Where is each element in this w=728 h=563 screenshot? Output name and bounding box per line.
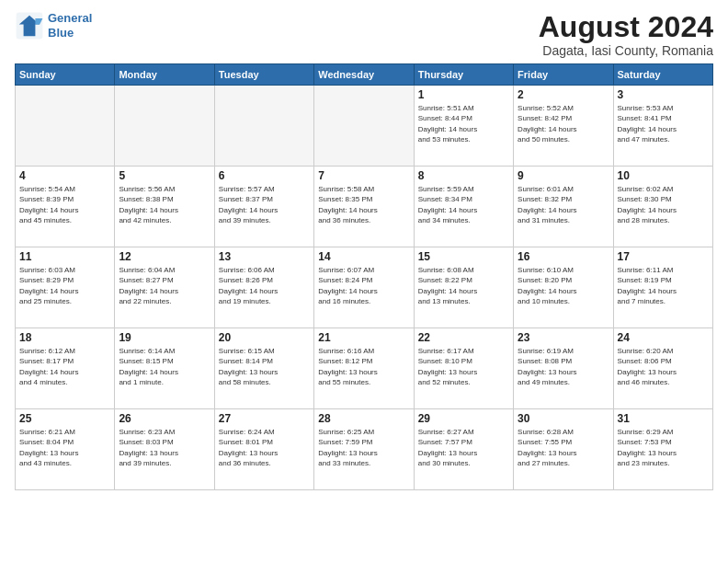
day-info: Sunrise: 6:08 AM Sunset: 8:22 PM Dayligh…	[418, 265, 509, 306]
calendar-cell: 24Sunrise: 6:20 AM Sunset: 8:06 PM Dayli…	[613, 328, 712, 409]
calendar-cell: 12Sunrise: 6:04 AM Sunset: 8:27 PM Dayli…	[115, 247, 214, 328]
day-info: Sunrise: 6:21 AM Sunset: 8:04 PM Dayligh…	[19, 427, 110, 468]
day-number: 26	[119, 412, 210, 425]
day-number: 12	[119, 250, 210, 263]
day-info: Sunrise: 6:12 AM Sunset: 8:17 PM Dayligh…	[19, 346, 110, 387]
calendar-week-row: 25Sunrise: 6:21 AM Sunset: 8:04 PM Dayli…	[16, 409, 713, 490]
day-info: Sunrise: 6:19 AM Sunset: 8:08 PM Dayligh…	[518, 346, 609, 387]
day-number: 6	[219, 169, 310, 182]
calendar-cell: 15Sunrise: 6:08 AM Sunset: 8:22 PM Dayli…	[414, 247, 513, 328]
calendar-cell	[214, 86, 313, 167]
day-info: Sunrise: 6:23 AM Sunset: 8:03 PM Dayligh…	[119, 427, 210, 468]
day-number: 22	[418, 331, 509, 344]
day-info: Sunrise: 6:25 AM Sunset: 7:59 PM Dayligh…	[318, 427, 409, 468]
day-number: 17	[618, 250, 709, 263]
day-info: Sunrise: 6:16 AM Sunset: 8:12 PM Dayligh…	[318, 346, 409, 387]
day-info: Sunrise: 5:53 AM Sunset: 8:41 PM Dayligh…	[618, 103, 709, 144]
title-block: August 2024 Dagata, Iasi County, Romania	[539, 11, 713, 58]
calendar-cell: 7Sunrise: 5:58 AM Sunset: 8:35 PM Daylig…	[314, 167, 414, 247]
calendar-cell	[16, 86, 115, 167]
day-number: 29	[418, 412, 509, 425]
calendar-cell: 22Sunrise: 6:17 AM Sunset: 8:10 PM Dayli…	[414, 328, 513, 409]
calendar-header-row: SundayMondayTuesdayWednesdayThursdayFrid…	[16, 64, 713, 86]
day-info: Sunrise: 6:01 AM Sunset: 8:32 PM Dayligh…	[518, 184, 609, 225]
day-info: Sunrise: 6:17 AM Sunset: 8:10 PM Dayligh…	[418, 346, 509, 387]
day-info: Sunrise: 6:02 AM Sunset: 8:30 PM Dayligh…	[618, 184, 709, 225]
calendar-cell: 14Sunrise: 6:07 AM Sunset: 8:24 PM Dayli…	[314, 247, 414, 328]
day-info: Sunrise: 6:20 AM Sunset: 8:06 PM Dayligh…	[618, 346, 709, 387]
calendar-cell: 16Sunrise: 6:10 AM Sunset: 8:20 PM Dayli…	[514, 247, 613, 328]
day-number: 2	[518, 88, 609, 101]
day-of-week-header: Wednesday	[314, 64, 414, 86]
calendar-cell: 5Sunrise: 5:56 AM Sunset: 8:38 PM Daylig…	[115, 167, 214, 247]
day-of-week-header: Tuesday	[214, 64, 313, 86]
calendar-cell: 8Sunrise: 5:59 AM Sunset: 8:34 PM Daylig…	[414, 167, 513, 247]
day-number: 13	[219, 250, 310, 263]
logo-icon	[15, 11, 44, 40]
calendar-cell: 29Sunrise: 6:27 AM Sunset: 7:57 PM Dayli…	[414, 409, 513, 490]
day-info: Sunrise: 6:07 AM Sunset: 8:24 PM Dayligh…	[318, 265, 409, 306]
logo-text: General Blue	[48, 11, 92, 40]
day-number: 14	[318, 250, 409, 263]
day-number: 20	[219, 331, 310, 344]
calendar-cell: 1Sunrise: 5:51 AM Sunset: 8:44 PM Daylig…	[414, 86, 513, 167]
calendar-week-row: 1Sunrise: 5:51 AM Sunset: 8:44 PM Daylig…	[16, 86, 713, 167]
day-number: 18	[19, 331, 110, 344]
main-title: August 2024	[539, 11, 713, 43]
logo: General Blue	[15, 11, 92, 40]
day-number: 21	[318, 331, 409, 344]
calendar-cell: 26Sunrise: 6:23 AM Sunset: 8:03 PM Dayli…	[115, 409, 214, 490]
calendar-cell: 4Sunrise: 5:54 AM Sunset: 8:39 PM Daylig…	[16, 167, 115, 247]
calendar-cell: 21Sunrise: 6:16 AM Sunset: 8:12 PM Dayli…	[314, 328, 414, 409]
day-info: Sunrise: 5:52 AM Sunset: 8:42 PM Dayligh…	[518, 103, 609, 144]
day-info: Sunrise: 6:29 AM Sunset: 7:53 PM Dayligh…	[618, 427, 709, 468]
calendar-cell	[115, 86, 214, 167]
calendar-cell: 13Sunrise: 6:06 AM Sunset: 8:26 PM Dayli…	[214, 247, 313, 328]
day-info: Sunrise: 5:59 AM Sunset: 8:34 PM Dayligh…	[418, 184, 509, 225]
day-number: 4	[19, 169, 110, 182]
calendar-cell: 11Sunrise: 6:03 AM Sunset: 8:29 PM Dayli…	[16, 247, 115, 328]
day-number: 30	[518, 412, 609, 425]
day-number: 9	[518, 169, 609, 182]
day-of-week-header: Sunday	[16, 64, 115, 86]
day-info: Sunrise: 5:56 AM Sunset: 8:38 PM Dayligh…	[119, 184, 210, 225]
day-info: Sunrise: 6:11 AM Sunset: 8:19 PM Dayligh…	[618, 265, 709, 306]
day-number: 3	[618, 88, 709, 101]
calendar-cell: 10Sunrise: 6:02 AM Sunset: 8:30 PM Dayli…	[613, 167, 712, 247]
day-number: 10	[618, 169, 709, 182]
day-number: 5	[119, 169, 210, 182]
day-info: Sunrise: 5:54 AM Sunset: 8:39 PM Dayligh…	[19, 184, 110, 225]
calendar-cell: 28Sunrise: 6:25 AM Sunset: 7:59 PM Dayli…	[314, 409, 414, 490]
day-info: Sunrise: 6:28 AM Sunset: 7:55 PM Dayligh…	[518, 427, 609, 468]
day-number: 11	[19, 250, 110, 263]
day-info: Sunrise: 6:15 AM Sunset: 8:14 PM Dayligh…	[219, 346, 310, 387]
calendar-cell: 2Sunrise: 5:52 AM Sunset: 8:42 PM Daylig…	[514, 86, 613, 167]
header: General Blue August 2024 Dagata, Iasi Co…	[15, 11, 713, 58]
day-info: Sunrise: 6:03 AM Sunset: 8:29 PM Dayligh…	[19, 265, 110, 306]
day-of-week-header: Monday	[115, 64, 214, 86]
day-number: 16	[518, 250, 609, 263]
calendar-cell: 27Sunrise: 6:24 AM Sunset: 8:01 PM Dayli…	[214, 409, 313, 490]
day-info: Sunrise: 6:24 AM Sunset: 8:01 PM Dayligh…	[219, 427, 310, 468]
day-info: Sunrise: 6:10 AM Sunset: 8:20 PM Dayligh…	[518, 265, 609, 306]
calendar-cell: 18Sunrise: 6:12 AM Sunset: 8:17 PM Dayli…	[16, 328, 115, 409]
day-info: Sunrise: 5:57 AM Sunset: 8:37 PM Dayligh…	[219, 184, 310, 225]
calendar-cell	[314, 86, 414, 167]
day-number: 31	[618, 412, 709, 425]
day-number: 19	[119, 331, 210, 344]
calendar-table: SundayMondayTuesdayWednesdayThursdayFrid…	[15, 63, 713, 490]
calendar-cell: 20Sunrise: 6:15 AM Sunset: 8:14 PM Dayli…	[214, 328, 313, 409]
calendar-cell: 17Sunrise: 6:11 AM Sunset: 8:19 PM Dayli…	[613, 247, 712, 328]
day-number: 27	[219, 412, 310, 425]
day-info: Sunrise: 6:04 AM Sunset: 8:27 PM Dayligh…	[119, 265, 210, 306]
calendar-cell: 30Sunrise: 6:28 AM Sunset: 7:55 PM Dayli…	[514, 409, 613, 490]
calendar-cell: 19Sunrise: 6:14 AM Sunset: 8:15 PM Dayli…	[115, 328, 214, 409]
day-of-week-header: Saturday	[613, 64, 712, 86]
calendar-cell: 23Sunrise: 6:19 AM Sunset: 8:08 PM Dayli…	[514, 328, 613, 409]
day-info: Sunrise: 6:27 AM Sunset: 7:57 PM Dayligh…	[418, 427, 509, 468]
calendar-cell: 31Sunrise: 6:29 AM Sunset: 7:53 PM Dayli…	[613, 409, 712, 490]
day-number: 23	[518, 331, 609, 344]
day-of-week-header: Thursday	[414, 64, 513, 86]
day-number: 24	[618, 331, 709, 344]
day-info: Sunrise: 5:51 AM Sunset: 8:44 PM Dayligh…	[418, 103, 509, 144]
